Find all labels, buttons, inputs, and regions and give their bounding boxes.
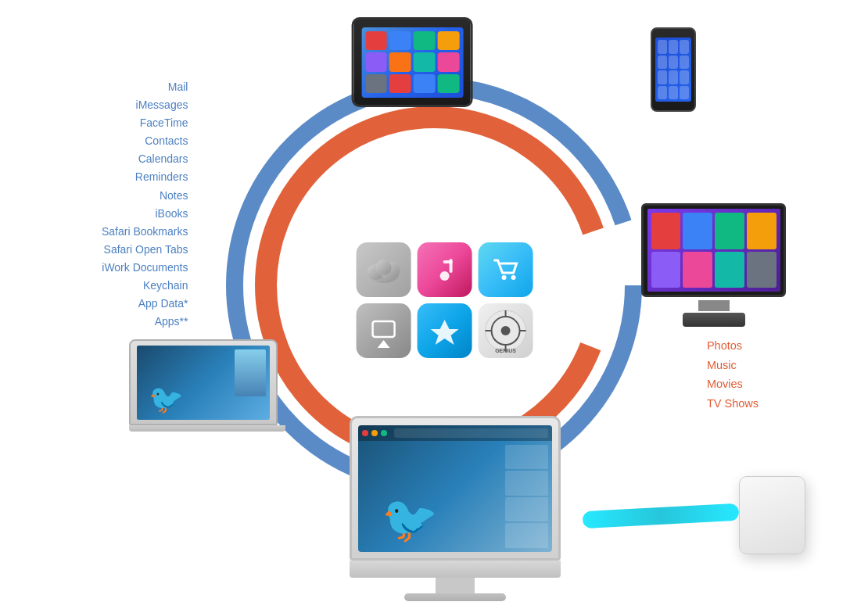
icloud-icon [357,242,411,297]
feature-tvshows: TV Shows [707,394,759,414]
feature-movies: Movies [707,374,759,394]
feature-iwork: iWork Documents [102,259,188,277]
airplay-icon [357,303,411,358]
imac-device: 🐦 [350,416,561,601]
svg-rect-12 [373,321,395,337]
diagram-scene: Mail iMessages FaceTime Contacts Calenda… [0,0,868,609]
itunes-features-list: Photos Music Movies TV Shows [707,336,759,414]
svg-point-10 [502,275,507,280]
svg-point-16 [501,326,511,335]
airport-extreme-device [739,476,805,562]
feature-calendars: Calendars [102,150,188,168]
feature-contacts: Contacts [102,132,188,150]
svg-text:GENIUS: GENIUS [495,348,516,353]
feature-app-data: App Data* [102,295,188,313]
feature-photos: Photos [707,336,759,356]
feature-reminders: Reminders [102,168,188,186]
feature-ibooks: iBooks [102,205,188,223]
feature-notes: Notes [102,187,188,205]
genius-icon: GENIUS [479,303,533,358]
svg-point-11 [511,275,516,280]
iphone-device [651,27,696,113]
feature-apps: Apps** [102,313,188,331]
svg-point-6 [428,253,462,287]
feature-keychain: Keychain [102,277,188,295]
feature-facetime: FaceTime [102,114,188,132]
appstore-cart-icon [479,242,533,297]
center-app-icons: GENIUS [357,242,533,358]
appstore-icon [418,303,472,358]
ipad-device [352,17,473,111]
feature-imessages: iMessages [102,96,188,114]
feature-safari-bookmarks: Safari Bookmarks [102,223,188,241]
svg-point-5 [376,260,392,275]
feature-music: Music [707,356,759,375]
svg-point-7 [440,271,450,281]
feature-mail: Mail [102,78,188,96]
appletv-device [641,203,786,327]
feature-safari-tabs: Safari Open Tabs [102,241,188,259]
icloud-features-list: Mail iMessages FaceTime Contacts Calenda… [102,78,188,331]
itunes-icon [418,242,472,297]
macbook-device: 🐦 [129,339,285,449]
svg-rect-9 [443,260,453,263]
svg-marker-13 [378,340,390,348]
